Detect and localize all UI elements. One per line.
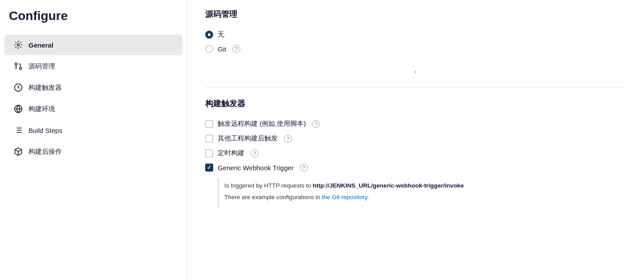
checkbox-webhook-label: Generic Webhook Trigger: [218, 164, 294, 172]
sidebar-label-steps: Build Steps: [28, 127, 62, 134]
sidebar-label-post: 构建后操作: [28, 148, 62, 156]
checkbox-webhook[interactable]: Generic Webhook Trigger ?: [205, 164, 626, 172]
webhook-line2-prefix: There are example configurations in: [224, 194, 322, 200]
sidebar-label-trigger: 构建触发器: [28, 84, 62, 92]
trigger-section: 构建触发器 触发远程构建 (例如,使用脚本) ? 其他工程构建后触发 ? 定时构…: [205, 98, 626, 208]
sidebar-item-steps[interactable]: Build Steps: [4, 120, 182, 140]
checkbox-other-label: 其他工程构建后触发: [218, 134, 278, 143]
remote-help-icon[interactable]: ?: [312, 120, 320, 128]
radio-none[interactable]: 无: [205, 30, 626, 39]
trigger-section-title: 构建触发器: [205, 98, 626, 111]
svg-point-2: [15, 63, 17, 65]
globe-icon: [13, 104, 23, 114]
checkbox-scheduled-label: 定时构建: [218, 149, 244, 157]
source-icon: [13, 61, 23, 71]
sidebar-item-general[interactable]: General: [4, 35, 182, 55]
other-help-icon[interactable]: ?: [284, 135, 292, 143]
page-title: Configure: [0, 9, 187, 34]
scheduled-help-icon[interactable]: ?: [251, 149, 259, 157]
checkbox-remote[interactable]: 触发远程构建 (例如,使用脚本) ?: [205, 120, 626, 128]
radio-git-label: Git: [218, 45, 226, 53]
checkbox-remote-label: 触发远程构建 (例如,使用脚本): [218, 120, 306, 128]
list-icon: [13, 125, 23, 135]
sidebar-label-source: 源码管理: [28, 62, 55, 71]
webhook-help-icon[interactable]: ?: [300, 164, 308, 172]
sidebar-label-general: General: [28, 41, 53, 49]
webhook-line1-prefix: Is triggered by HTTP requests to: [224, 182, 313, 189]
webhook-line1: Is triggered by HTTP requests to http://…: [224, 181, 626, 190]
radio-none-label: 无: [218, 30, 224, 39]
checkbox-webhook-box: [205, 164, 213, 172]
checkbox-scheduled-box: [205, 149, 213, 157]
sidebar-item-trigger[interactable]: 构建触发器: [4, 77, 182, 98]
sidebar-item-post[interactable]: 构建后操作: [4, 141, 182, 162]
section-separator: ·: [205, 67, 626, 76]
git-help-icon[interactable]: ?: [232, 45, 240, 53]
checkbox-scheduled[interactable]: 定时构建 ?: [205, 149, 626, 157]
webhook-url: http://JENKINS_URL/generic-webhook-trigg…: [313, 182, 464, 189]
checkbox-other-box: [205, 135, 213, 143]
radio-none-circle: [205, 31, 213, 39]
git-repo-link[interactable]: the Git repository: [322, 194, 367, 200]
sidebar: Configure General: [0, 0, 187, 280]
gear-icon: [13, 40, 23, 50]
sidebar-label-env: 构建环境: [28, 105, 55, 113]
checkbox-remote-box: [205, 120, 213, 128]
sidebar-item-source[interactable]: 源码管理: [4, 56, 182, 76]
clock-icon: [13, 83, 23, 92]
svg-point-0: [17, 44, 20, 46]
box-icon: [13, 147, 23, 156]
webhook-line2-suffix: .: [367, 194, 369, 200]
webhook-line2: There are example configurations in the …: [224, 193, 626, 202]
section-divider: [205, 87, 626, 88]
radio-git[interactable]: Git ?: [205, 45, 626, 53]
sidebar-item-env[interactable]: 构建环境: [4, 99, 182, 119]
main-content: 源码管理 无 Git ? · 构建触发器 触发远程构建 (例如,使用脚本) ?: [187, 0, 644, 280]
svg-point-1: [20, 68, 22, 70]
radio-git-circle: [205, 45, 213, 53]
source-section-title: 源码管理: [205, 9, 626, 21]
source-section: 源码管理 无 Git ?: [205, 9, 626, 53]
webhook-info: Is triggered by HTTP requests to http://…: [218, 178, 626, 208]
sidebar-nav: General 源码管理: [0, 35, 187, 162]
checkbox-other[interactable]: 其他工程构建后触发 ?: [205, 134, 626, 143]
